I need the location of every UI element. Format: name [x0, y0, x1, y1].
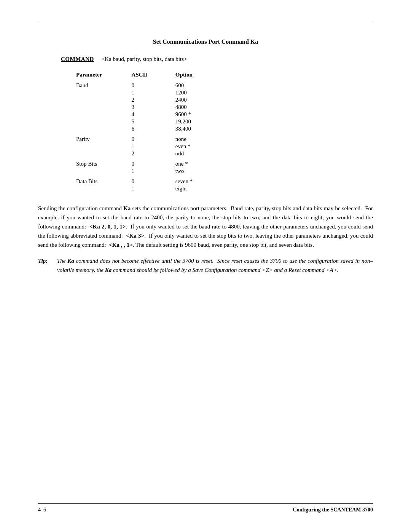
cell-param — [76, 104, 132, 111]
cell-ascii: 0 — [132, 160, 175, 168]
tip-label: Tip: — [38, 256, 51, 275]
cell-option: seven * — [175, 178, 221, 185]
cell-ascii: 1 — [132, 168, 175, 175]
description-section: Sending the configuration command Ka set… — [38, 204, 373, 275]
cell-param: Baud — [76, 82, 132, 89]
table-row: 3 4800 — [76, 104, 221, 111]
table-row: 6 38,400 — [76, 125, 221, 133]
cell-param: Parity — [76, 136, 132, 143]
cell-ascii: 0 — [132, 178, 175, 185]
cell-ascii: 1 — [132, 143, 175, 150]
cell-option: 2400 — [175, 96, 221, 104]
cell-option: 1200 — [175, 89, 221, 96]
cell-ascii: 0 — [132, 82, 175, 89]
cell-param — [76, 118, 132, 125]
cell-param — [76, 96, 132, 104]
col-header-option: Option — [175, 72, 221, 82]
table-row: Baud 0 600 — [76, 82, 221, 89]
cell-ascii: 4 — [132, 111, 175, 118]
table-row: 2 2400 — [76, 96, 221, 104]
cell-param — [76, 185, 132, 192]
col-header-parameter: Parameter — [76, 72, 132, 82]
cell-ascii: 1 — [132, 185, 175, 192]
table-row: Data Bits 0 seven * — [76, 178, 221, 185]
cell-option: 9600 * — [175, 111, 221, 118]
cell-option: 38,400 — [175, 125, 221, 133]
footer-page-number: 4–6 — [38, 507, 46, 513]
cell-option: 600 — [175, 82, 221, 89]
cell-ascii: 1 — [132, 89, 175, 96]
description-paragraph: Sending the configuration command Ka set… — [38, 204, 373, 249]
cell-param — [76, 89, 132, 96]
cell-param — [76, 111, 132, 118]
command-label: COMMAND — [61, 56, 94, 62]
cell-param: Data Bits — [76, 178, 132, 185]
cell-ascii: 2 — [132, 150, 175, 157]
footer: 4–6 Configuring the SCANTEAM 3700 — [38, 503, 373, 513]
table-row: Stop Bits 0 one * — [76, 160, 221, 168]
table-row: 1 1200 — [76, 89, 221, 96]
top-rule — [38, 23, 373, 23]
cell-option: none — [175, 136, 221, 143]
table-row: 1 two — [76, 168, 221, 175]
cell-param — [76, 150, 132, 157]
command-line: COMMAND <Ka baud, parity, stop bits, dat… — [38, 56, 373, 62]
col-header-ascii: ASCII — [132, 72, 175, 82]
parameter-table: Parameter ASCII Option Baud 0 600 1 1200… — [76, 72, 221, 192]
tip-section: Tip: The Ka command does not become effe… — [38, 256, 373, 275]
page: Set Communications Port Command Ka COMMA… — [0, 0, 411, 532]
cell-option: eight — [175, 185, 221, 192]
table-row: 4 9600 * — [76, 111, 221, 118]
cell-ascii: 6 — [132, 125, 175, 133]
footer-title: Configuring the SCANTEAM 3700 — [293, 507, 373, 513]
parameter-table-section: Parameter ASCII Option Baud 0 600 1 1200… — [38, 72, 373, 192]
table-row: 5 19,200 — [76, 118, 221, 125]
cell-option: 19,200 — [175, 118, 221, 125]
cell-ascii: 5 — [132, 118, 175, 125]
cell-option: even * — [175, 143, 221, 150]
table-row: 1 even * — [76, 143, 221, 150]
cell-param — [76, 143, 132, 150]
cell-option: one * — [175, 160, 221, 168]
cell-ascii: 3 — [132, 104, 175, 111]
cell-ascii: 2 — [132, 96, 175, 104]
cell-param — [76, 168, 132, 175]
cell-option: two — [175, 168, 221, 175]
cell-ascii: 0 — [132, 136, 175, 143]
cell-option: 4800 — [175, 104, 221, 111]
table-row: Parity 0 none — [76, 136, 221, 143]
command-params: <Ka baud, parity, stop bits, data bits> — [102, 56, 187, 62]
table-row: 2 odd — [76, 150, 221, 157]
cell-param: Stop Bits — [76, 160, 132, 168]
cell-option: odd — [175, 150, 221, 157]
tip-text: The Ka command does not become effective… — [57, 256, 373, 275]
table-row: 1 eight — [76, 185, 221, 192]
section-title: Set Communications Port Command Ka — [38, 38, 373, 45]
cell-param — [76, 125, 132, 133]
